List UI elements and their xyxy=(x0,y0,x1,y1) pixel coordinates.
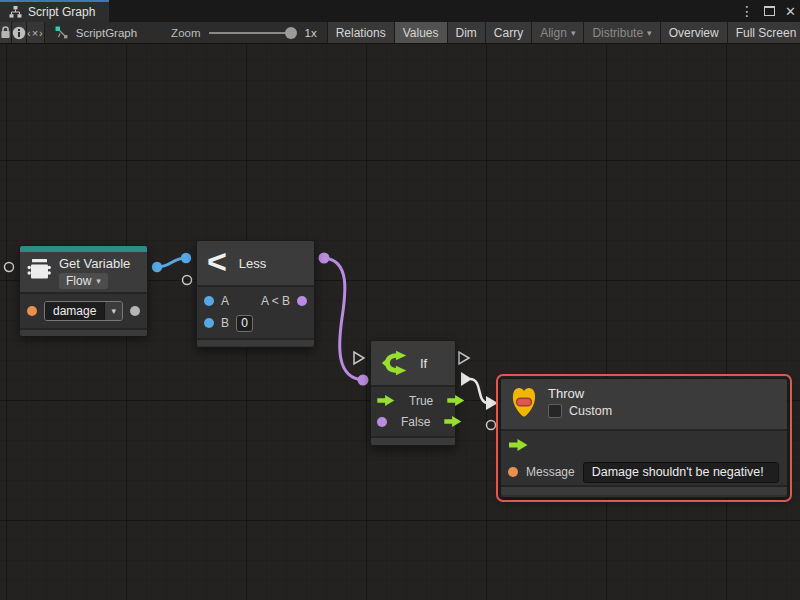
window-menu-icon[interactable]: ⋮ xyxy=(740,3,754,19)
node-footer xyxy=(197,338,314,346)
toolbar-buttons: Relations Values Dim Carry Align ▾ Distr… xyxy=(328,22,800,43)
zoom-value: 1x xyxy=(305,27,317,39)
chevron-down-icon: ▾ xyxy=(104,302,122,320)
true-output-port[interactable] xyxy=(447,395,465,406)
less-operator-icon: < xyxy=(207,244,227,278)
lock-icon xyxy=(0,26,11,39)
values-button[interactable]: Values xyxy=(395,22,448,43)
node-throw[interactable]: Throw Custom Message Damage shouldn't be… xyxy=(500,378,788,498)
tab-title: Script Graph xyxy=(28,5,95,19)
variable-name-dropdown[interactable]: damage ▾ xyxy=(44,301,123,321)
script-graph-asset-icon xyxy=(55,26,68,39)
close-icon[interactable]: ✕ xyxy=(785,4,796,19)
full-screen-button[interactable]: Full Screen xyxy=(728,22,800,43)
false-label: False xyxy=(401,415,430,429)
graph-toolbar: ‹×› ScriptGraph Zoom 1x Relations Values… xyxy=(0,22,800,44)
input-a-label: A xyxy=(221,294,229,308)
carry-button[interactable]: Carry xyxy=(486,22,532,43)
wire-if-false-to-throw[interactable] xyxy=(470,379,488,403)
info-icon xyxy=(12,26,26,40)
flow-input-port[interactable] xyxy=(377,395,395,406)
branch-icon xyxy=(380,348,410,378)
message-input-field[interactable]: Damage shouldn't be negative! xyxy=(583,462,779,483)
graph-hierarchy-icon xyxy=(9,6,22,18)
variable-name-value: damage xyxy=(45,302,104,320)
wire-arrowhead xyxy=(486,396,498,410)
unconnected-flow-indicator xyxy=(354,352,364,364)
relations-button[interactable]: Relations xyxy=(328,22,395,43)
zoom-slider-handle[interactable] xyxy=(285,27,297,39)
node-get-variable[interactable]: Get Variable Flow ▾ damage ▾ xyxy=(19,245,148,335)
wire-arrowhead xyxy=(461,372,472,386)
node-title: Throw xyxy=(548,386,612,401)
output-label: A < B xyxy=(261,294,290,308)
variable-scope-dropdown[interactable]: Flow ▾ xyxy=(59,273,108,289)
align-dropdown[interactable]: Align ▾ xyxy=(532,22,584,43)
wire-endpoint xyxy=(152,262,162,272)
unconnected-value-indicator xyxy=(487,421,496,430)
maximize-icon[interactable] xyxy=(764,6,775,16)
condition-input-port[interactable] xyxy=(377,417,387,427)
zoom-label: Zoom xyxy=(171,27,200,39)
distribute-dropdown[interactable]: Distribute ▾ xyxy=(584,22,660,43)
input-b-port[interactable] xyxy=(204,318,214,328)
message-input-port[interactable] xyxy=(508,467,518,477)
graph-asset-label: ScriptGraph xyxy=(76,27,137,39)
node-footer xyxy=(501,485,787,495)
lock-button[interactable] xyxy=(0,22,12,43)
custom-label: Custom xyxy=(569,404,612,418)
chevron-down-icon: ▾ xyxy=(96,276,101,286)
false-output-port[interactable] xyxy=(444,416,462,427)
message-label: Message xyxy=(526,465,575,479)
wire-endpoint xyxy=(358,375,369,386)
info-button[interactable] xyxy=(12,22,27,43)
throw-shield-icon xyxy=(510,386,538,419)
node-footer xyxy=(20,328,147,336)
code-icon: ‹×› xyxy=(27,27,44,39)
value-output-port[interactable] xyxy=(130,306,140,316)
input-b-label: B xyxy=(221,316,229,330)
node-if[interactable]: If True False xyxy=(370,340,456,446)
tab-bar: Script Graph ⋮ ✕ xyxy=(0,0,800,22)
overview-button[interactable]: Overview xyxy=(661,22,728,43)
true-label: True xyxy=(409,394,433,408)
node-title: If xyxy=(420,356,427,371)
wire-endpoint xyxy=(319,253,330,264)
flow-input-port[interactable] xyxy=(509,439,528,451)
chevron-down-icon: ▾ xyxy=(647,28,652,38)
tab-script-graph[interactable]: Script Graph xyxy=(0,0,109,22)
chevron-down-icon: ▾ xyxy=(571,28,576,38)
unconnected-value-indicator xyxy=(183,276,192,285)
input-b-value-field[interactable]: 0 xyxy=(236,315,253,332)
zoom-slider[interactable] xyxy=(209,27,297,39)
script-graph-window: Script Graph ⋮ ✕ ‹×› xyxy=(0,0,800,600)
node-less[interactable]: < Less A A < B B 0 xyxy=(196,240,315,348)
unconnected-value-indicator xyxy=(5,263,14,272)
graph-canvas[interactable]: Get Variable Flow ▾ damage ▾ xyxy=(0,44,800,600)
name-input-port[interactable] xyxy=(27,306,37,316)
zoom-slider-track[interactable] xyxy=(209,32,291,34)
code-view-button[interactable]: ‹×› xyxy=(27,22,45,43)
dim-button[interactable]: Dim xyxy=(448,22,486,43)
variable-icon xyxy=(26,256,52,282)
custom-checkbox[interactable] xyxy=(548,404,562,418)
result-output-port[interactable] xyxy=(297,296,307,306)
node-title: Less xyxy=(239,256,266,271)
wire-endpoint xyxy=(181,253,191,263)
node-title: Get Variable xyxy=(59,256,130,271)
input-a-port[interactable] xyxy=(204,296,214,306)
unconnected-flow-indicator xyxy=(459,352,469,364)
node-footer xyxy=(371,436,455,445)
